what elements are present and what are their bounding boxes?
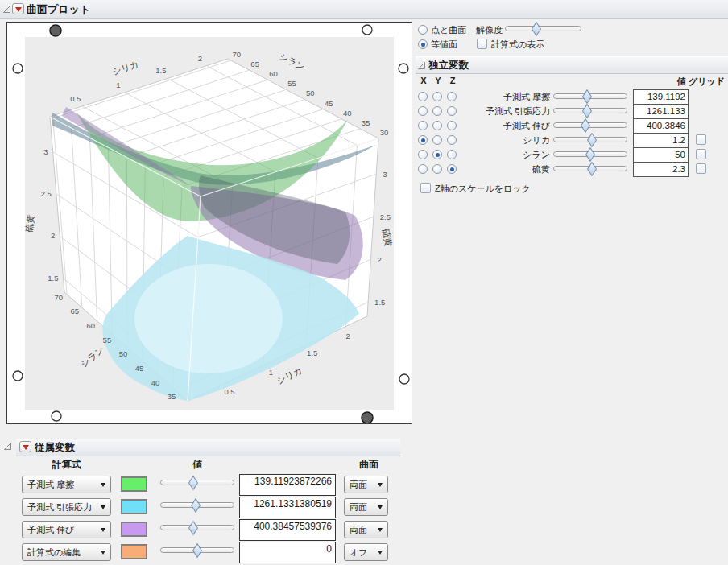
axis-tick-label: 1.5 [307, 348, 317, 357]
chevron-down-icon [378, 505, 383, 509]
resize-handle-active[interactable] [362, 412, 373, 423]
surface-color-swatch[interactable] [121, 544, 147, 559]
surface-mode-dropdown[interactable]: 両面 [344, 521, 388, 538]
variable-value-field[interactable]: 50 [633, 147, 689, 163]
disclosure-triangle-icon[interactable] [3, 442, 12, 451]
lock-z-checkbox[interactable] [420, 183, 431, 193]
variable-value-field[interactable]: 400.3846 [633, 118, 689, 134]
chevron-down-icon [101, 551, 105, 555]
z-column-header: Z [448, 76, 457, 85]
x-axis-radio[interactable] [418, 164, 428, 174]
y-axis-radio[interactable] [432, 92, 442, 101]
resize-handle[interactable] [362, 25, 372, 35]
surface-mode-label: 両面 [350, 524, 367, 536]
chevron-down-icon [378, 483, 383, 487]
resize-handle[interactable] [399, 64, 408, 73]
grid-checkbox[interactable] [696, 134, 706, 145]
surface-color-swatch[interactable] [121, 476, 147, 492]
axis-tick-label: 1 [269, 368, 273, 377]
value-slider[interactable] [160, 545, 234, 556]
surface-mode-dropdown[interactable]: 両面 [344, 498, 388, 516]
grid-column-header: グリッド [689, 76, 725, 88]
axis-tick-label: 35 [168, 392, 176, 401]
variable-label: シリカ [453, 134, 550, 146]
disclosure-triangle-icon[interactable] [417, 61, 426, 70]
formula-dropdown-label: 計算式の編集 [27, 546, 81, 559]
variable-label: 予測式 伸び [453, 120, 550, 132]
value-field[interactable]: 1261.1331380519 [239, 497, 336, 518]
axis-tick-label: 70 [232, 50, 241, 59]
x-column-header: X [419, 76, 428, 85]
surface-mode-dropdown[interactable]: 両面 [344, 476, 388, 493]
value-slider[interactable] [160, 477, 234, 489]
outline-menu-button[interactable] [12, 3, 24, 14]
value-field[interactable]: 0 [239, 542, 336, 563]
grid-checkbox[interactable] [696, 163, 706, 174]
resize-handle[interactable] [399, 374, 409, 384]
axis-tick-label: 1.5 [48, 274, 58, 282]
x-axis-radio[interactable] [418, 135, 428, 145]
grid-checkbox[interactable] [696, 149, 706, 159]
axis-tick-label: 2.5 [41, 189, 52, 198]
value-field[interactable]: 139.11923872266 [239, 474, 336, 496]
axis-tick-label: 40 [151, 378, 160, 387]
points-surface-radio[interactable] [418, 25, 428, 35]
formula-dropdown[interactable]: 計算式の編集 [22, 543, 111, 561]
surface-mode-dropdown[interactable]: オフ [344, 543, 388, 561]
x-axis-radio[interactable] [418, 92, 428, 101]
y-axis-radio[interactable] [432, 121, 442, 130]
resize-handle-active[interactable] [50, 25, 61, 36]
variable-value-field[interactable]: 139.1192 [633, 89, 689, 105]
y-axis-radio[interactable] [432, 106, 442, 116]
x-axis-radio[interactable] [418, 106, 428, 116]
resolution-slider[interactable] [505, 23, 581, 35]
x-axis-radio[interactable] [418, 150, 428, 159]
resize-handle[interactable] [13, 64, 23, 73]
variable-label: 予測式 摩擦 [453, 91, 550, 103]
isosurface-radio[interactable] [418, 39, 428, 49]
value-slider[interactable] [160, 522, 234, 534]
axis-tick-label: 1.5 [374, 298, 385, 307]
variable-slider[interactable] [553, 134, 627, 146]
points-surface-label: 点と曲面 [431, 24, 466, 35]
variable-slider[interactable] [553, 105, 627, 117]
dependent-panel-title: 従属変数 [35, 441, 75, 455]
disclosure-triangle-icon[interactable] [2, 5, 11, 14]
variable-slider[interactable] [553, 163, 627, 175]
variable-slider[interactable] [553, 91, 627, 102]
x-axis-radio[interactable] [418, 121, 428, 130]
resize-handle[interactable] [13, 371, 23, 381]
page-title: 曲面プロット [27, 2, 90, 17]
surface-plot-3d[interactable]: 0.511.5270656055504540353032.521.5706560… [7, 23, 412, 423]
y-axis-radio[interactable] [432, 164, 442, 174]
axis-tick-label: 60 [269, 69, 278, 78]
axis-tick-label: 2.5 [380, 212, 391, 221]
variable-value-field[interactable]: 1261.133 [633, 104, 689, 119]
formula-dropdown[interactable]: 予測式 伸び [22, 521, 111, 538]
surface-mode-label: 両面 [350, 479, 367, 491]
formula-dropdown-label: 予測式 摩擦 [27, 479, 74, 491]
variable-value-field[interactable]: 1.2 [633, 133, 689, 148]
surface-color-swatch[interactable] [121, 522, 147, 537]
independent-panel-title: 独立変数 [428, 59, 469, 72]
y-axis-radio[interactable] [432, 135, 442, 145]
value-field[interactable]: 400.38457539376 [239, 519, 336, 541]
axis-tick-label: 60 [87, 321, 96, 330]
isosurface-label: 等値面 [431, 39, 457, 50]
dependent-menu-button[interactable] [19, 441, 31, 452]
axis-tick-label: 3 [43, 147, 48, 156]
chevron-down-icon [378, 551, 383, 555]
plot-frame: 0.511.5270656055504540353032.521.5706560… [6, 22, 412, 424]
variable-value-field[interactable]: 2.3 [633, 162, 689, 177]
y-axis-radio[interactable] [432, 150, 442, 159]
chevron-down-icon [378, 528, 383, 532]
value-column-header: 値 [627, 76, 686, 88]
surface-color-swatch[interactable] [121, 499, 147, 514]
variable-slider[interactable] [553, 149, 627, 160]
formula-dropdown[interactable]: 予測式 摩擦 [22, 476, 111, 493]
resize-handle[interactable] [52, 411, 61, 421]
formula-dropdown[interactable]: 予測式 引張応力 [22, 498, 111, 516]
show-formula-checkbox[interactable] [477, 39, 487, 49]
value-slider[interactable] [160, 500, 234, 511]
variable-slider[interactable] [553, 120, 627, 131]
